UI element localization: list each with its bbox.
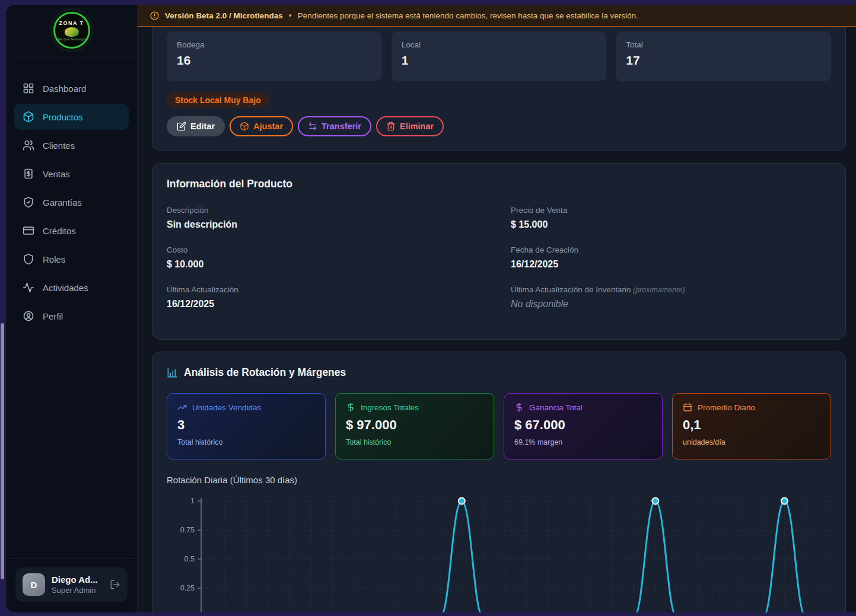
stock-box-label: Local [402,40,597,49]
field-label: Costo [167,245,487,254]
sidebar-item-label: Ventas [43,169,70,179]
product-info-grid: DescripciónSin descripciónCosto$ 10.000Ú… [167,206,831,325]
stat-card-sub: 69.1% margen [514,438,652,446]
stat-card-sub: Total histórico [177,438,315,446]
left-scrollbar-thumb[interactable] [1,323,4,579]
user-name: Diego Ad... [52,574,103,585]
svg-text:0.25: 0.25 [180,584,195,592]
app-window: ZONA T Más Que Tecnología DashboardProdu… [6,5,856,612]
sidebar-item-actividades[interactable]: Actividades [14,275,129,301]
stat-card-header: Unidades Vendidas [177,403,315,412]
stat-card-label: Ingresos Totales [361,403,419,412]
svg-text:1: 1 [190,497,195,505]
field-label: Descripción [167,206,487,215]
calendar-icon [683,403,692,412]
sidebar-item-label: Dashboard [43,84,86,94]
stat-card-sub: Total histórico [346,438,483,446]
stat-card-value: $ 67.000 [514,417,652,433]
info-column: DescripciónSin descripciónCosto$ 10.000Ú… [167,206,487,325]
sidebar-item-label: Actividades [43,283,88,293]
analysis-header: Análisis de Rotación y Márgenes [167,366,831,379]
stock-summary-grid: Bodega16Local1Total17 [167,31,831,81]
field-value: No disponible [511,299,831,309]
zona-t-logo: ZONA T Más Que Tecnología [53,12,90,49]
alert-circle-icon [149,11,160,21]
transferir-button[interactable]: Transferir [298,116,371,136]
trending-up-icon [177,403,187,412]
logo-text: ZONA T [59,20,84,26]
info-field-fecha-de-creacion: Fecha de Creación16/12/2025 [511,245,831,270]
sidebar-item-dashboard[interactable]: Dashboard [14,75,129,101]
field-value: Sin descripción [167,219,487,230]
sidebar-item-ventas[interactable]: Ventas [14,161,129,187]
activity-icon [23,282,34,293]
stock-box-value: 17 [626,53,821,68]
button-label: Editar [190,122,215,131]
stat-card-unidades-vendidas: Unidades Vendidas3Total histórico [167,393,326,459]
screen: ZONA T Más Que Tecnología DashboardProdu… [0,0,856,616]
user-card[interactable]: D Diego Ad... Super Admin [15,567,128,602]
stat-card-value: 3 [177,417,315,433]
sidebar-item-label: Perfil [43,311,63,321]
info-field-descripcion: DescripciónSin descripción [167,206,487,230]
analysis-stats: Unidades Vendidas3Total históricoIngreso… [167,393,831,459]
editar-button[interactable]: Editar [167,116,225,136]
field-label: Última Actualización [167,285,487,294]
stock-box-value: 16 [177,53,372,68]
shield-check-icon [23,196,34,208]
ajustar-button[interactable]: Ajustar [230,116,293,136]
logout-icon[interactable] [110,579,120,590]
sidebar-item-roles[interactable]: Roles [14,246,129,272]
stock-box-label: Bodega [177,40,372,49]
sidebar-item-label: Productos [43,112,83,122]
info-column: Precio de Venta$ 15.000Fecha de Creación… [511,206,831,325]
sidebar-item-label: Créditos [43,226,76,236]
logo-subtext: Más Que Tecnología [56,38,86,41]
package-icon [23,111,34,123]
stock-box-local: Local1 [392,31,607,81]
eliminar-button[interactable]: Eliminar [376,116,444,136]
info-field-ultima-actualizacion-de-inventario: Última Actualización de Inventario (próx… [511,285,831,309]
rotation-chart: 00.250.50.751 [167,493,831,612]
stat-card-value: $ 97.000 [346,417,483,433]
stat-card-ganancia-total: Ganancia Total$ 67.00069.1% margen [504,393,663,459]
transfer-icon [308,122,317,131]
credit-card-icon [23,225,34,237]
rotation-line-chart: 00.250.50.751 [167,493,832,612]
stat-card-header: Ingresos Totales [346,403,483,412]
dollar-icon [514,403,524,412]
package-icon [240,122,249,131]
edit-icon [177,122,186,131]
stat-card-label: Unidades Vendidas [192,403,261,412]
logo-area: ZONA T Más Que Tecnología [6,5,137,58]
product-actions: EditarAjustarTransferirEliminar [167,116,831,136]
sidebar-item-garantias[interactable]: Garantías [14,189,129,215]
shield-icon [23,253,34,265]
stock-box-value: 1 [402,53,597,68]
banner-title: Versión Beta 2.0 / Microtiendas [165,11,283,20]
info-field-costo: Costo$ 10.000 [167,245,487,270]
stat-card-label: Ganancia Total [529,403,583,412]
sidebar-item-productos[interactable]: Productos [14,104,129,130]
stat-card-sub: unidades/día [683,438,820,446]
stat-card-label: Promedio Diario [698,403,755,412]
receipt-dollar-icon [23,168,34,180]
sidebar-item-clientes[interactable]: Clientes [14,132,129,158]
content-scroll-area[interactable]: Bodega16Local1Total17 Stock Local Muy Ba… [138,27,856,612]
user-role: Super Admin [52,586,103,595]
sidebar-item-creditos[interactable]: Créditos [14,218,129,244]
stock-box-bodega: Bodega16 [167,31,382,81]
field-label-suffix: (próximamente) [631,286,685,294]
field-value: $ 15.000 [511,219,831,230]
product-summary-card: Bodega16Local1Total17 Stock Local Muy Ba… [152,27,846,151]
analysis-title: Análisis de Rotación y Márgenes [184,366,346,379]
sidebar-item-perfil[interactable]: Perfil [14,303,129,329]
svg-text:0.5: 0.5 [184,555,195,563]
bar-chart-icon [167,367,178,378]
sidebar: ZONA T Más Que Tecnología DashboardProdu… [6,5,138,612]
banner-message: Pendientes porque el sistema está tenien… [298,11,638,20]
field-value: $ 10.000 [167,259,487,270]
user-dock: D Diego Ad... Super Admin [6,558,137,612]
svg-text:0.75: 0.75 [180,526,195,534]
stat-card-header: Promedio Diario [683,403,820,412]
